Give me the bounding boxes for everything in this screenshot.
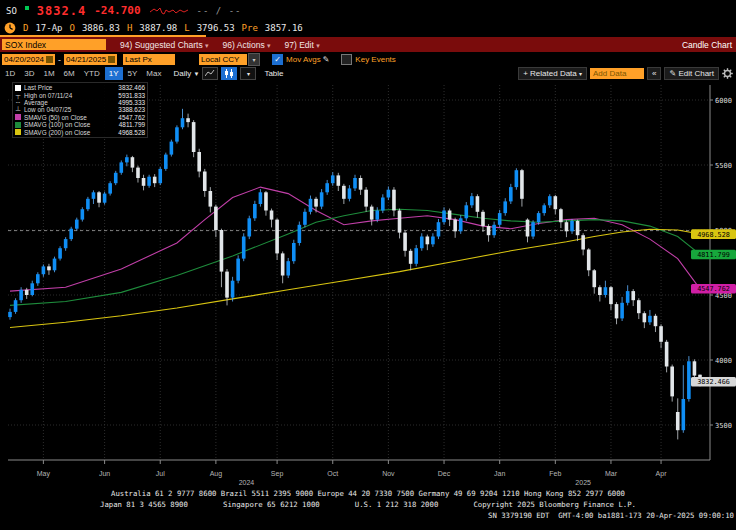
candle xyxy=(431,237,435,245)
candle xyxy=(153,177,157,184)
key-events-checkbox[interactable] xyxy=(341,54,352,65)
candle xyxy=(69,229,73,239)
period-button-1y[interactable]: 1Y xyxy=(105,67,123,80)
candle xyxy=(259,192,263,204)
period-toolbar: 1D3D1M6MYTD1Y5YMax Daily ▼ ▾ Table + Rel… xyxy=(0,66,736,80)
candle xyxy=(36,274,40,283)
x-axis-month-label: Mar xyxy=(605,470,618,477)
legend-label: Average xyxy=(24,99,48,106)
legend-marker-icon: ┴ xyxy=(15,107,21,113)
date-range-separator: - xyxy=(58,55,61,65)
candle xyxy=(303,212,307,225)
menu-actions[interactable]: 96) Actions ▾ xyxy=(223,40,271,50)
period-button-ytd[interactable]: YTD xyxy=(80,67,104,80)
period-button-6m[interactable]: 6M xyxy=(60,67,79,80)
candle xyxy=(364,190,368,207)
price-chart[interactable]: 350040004500500055006000MayJunJulAugSepO… xyxy=(0,80,736,490)
period-button-1m[interactable]: 1M xyxy=(39,67,58,80)
period-button-1d[interactable]: 1D xyxy=(1,67,19,80)
candle xyxy=(81,209,85,219)
period-button-3d[interactable]: 3D xyxy=(20,67,38,80)
add-data-input[interactable]: Add Data xyxy=(590,68,644,79)
menu-edit[interactable]: 97) Edit ▾ xyxy=(285,40,320,50)
candle xyxy=(598,287,602,295)
x-axis-year-label: 2025 xyxy=(575,479,591,486)
period-button-max[interactable]: Max xyxy=(142,67,165,80)
candle xyxy=(331,175,335,183)
candle xyxy=(220,230,224,272)
candle xyxy=(615,304,619,318)
frequency-select[interactable]: Daily ▼ xyxy=(173,69,199,78)
candle xyxy=(231,281,235,298)
legend-row[interactable]: ┬High on 07/11/245931.833 xyxy=(15,91,145,98)
candle xyxy=(53,259,57,271)
legend-value: 4995.333 xyxy=(118,99,145,106)
candle xyxy=(136,168,140,178)
calendar-icon[interactable] xyxy=(46,56,53,63)
candle xyxy=(164,155,168,169)
legend-swatch-icon xyxy=(15,129,21,135)
gear-icon[interactable] xyxy=(722,68,733,79)
line-chart-type-button[interactable] xyxy=(202,67,218,80)
pencil-icon: ✎ xyxy=(669,69,676,78)
legend-row[interactable]: SMAVG (200) on Close4968.528 xyxy=(15,128,145,135)
candle xyxy=(348,188,352,198)
candle xyxy=(665,342,669,367)
related-data-button[interactable]: + Related Data ▾ xyxy=(518,67,587,80)
candle xyxy=(515,170,519,187)
mov-avgs-checkbox[interactable]: ✓ xyxy=(272,54,283,65)
candle xyxy=(197,152,201,172)
legend-row[interactable]: SMAVG (50) on Close4547.762 xyxy=(15,114,145,121)
candle xyxy=(531,222,535,236)
quote-row: SO 3832.4 -24.700 -- / -- xyxy=(6,3,242,18)
price-type-select[interactable]: Last Px xyxy=(123,54,175,65)
date-to-input[interactable]: 04/21/2025 xyxy=(64,54,117,65)
candle xyxy=(114,173,118,183)
menu-suggested-charts[interactable]: 94) Suggested Charts ▾ xyxy=(120,40,209,50)
session-date: 17-Ap xyxy=(35,23,62,33)
currency-select[interactable]: Local CCY xyxy=(199,54,247,65)
x-axis-month-label: Jan xyxy=(494,470,505,477)
edit-mov-avgs-icon[interactable]: ✎ xyxy=(323,55,330,64)
candle xyxy=(481,212,485,226)
collapse-button[interactable]: « xyxy=(647,67,661,80)
candle xyxy=(392,190,396,211)
candle xyxy=(64,239,68,248)
candle xyxy=(487,226,491,235)
x-axis-month-label: Dec xyxy=(438,470,451,477)
calendar-icon[interactable] xyxy=(108,56,115,63)
candle xyxy=(398,211,402,233)
x-axis-month-label: Oct xyxy=(327,470,338,477)
period-button-5y[interactable]: 5Y xyxy=(124,67,142,80)
candle-chart-type-button[interactable] xyxy=(221,67,237,80)
candle xyxy=(42,266,46,274)
candle xyxy=(609,287,613,304)
edit-chart-button[interactable]: ✎ Edit Chart xyxy=(664,67,719,80)
axis-price-badge-label: 4547.762 xyxy=(697,285,730,293)
y-axis-tick-label: 6000 xyxy=(715,97,732,105)
candle xyxy=(181,118,185,127)
x-axis-month-label: May xyxy=(37,470,51,478)
prev-label: Pre xyxy=(242,23,258,33)
chart-type-dropdown-button[interactable]: ▾ xyxy=(240,67,256,80)
date-from-input[interactable]: 04/20/2024 xyxy=(2,54,55,65)
chevron-down-icon: ▼ xyxy=(193,71,199,77)
legend-row[interactable]: --Average4995.333 xyxy=(15,99,145,106)
candle xyxy=(158,169,162,183)
candle xyxy=(14,300,18,312)
legend-row[interactable]: ┴Low on 04/07/253388.623 xyxy=(15,106,145,113)
security-input[interactable]: SOX Index xyxy=(2,39,106,50)
high-value: 3887.98 xyxy=(139,23,177,33)
x-axis-month-label: Jul xyxy=(156,470,165,477)
legend-row[interactable]: Last Price3832.466 xyxy=(15,84,145,91)
candle xyxy=(370,207,374,220)
candle xyxy=(131,157,135,167)
table-button[interactable]: Table xyxy=(264,69,283,78)
currency-dropdown-button[interactable]: ▾ xyxy=(248,53,260,66)
candle xyxy=(492,225,496,235)
candle-chart-icon xyxy=(224,69,234,78)
candle xyxy=(25,290,29,295)
candle xyxy=(170,142,174,155)
candle xyxy=(448,211,452,220)
legend-row[interactable]: SMAVG (100) on Close4811.799 xyxy=(15,121,145,128)
